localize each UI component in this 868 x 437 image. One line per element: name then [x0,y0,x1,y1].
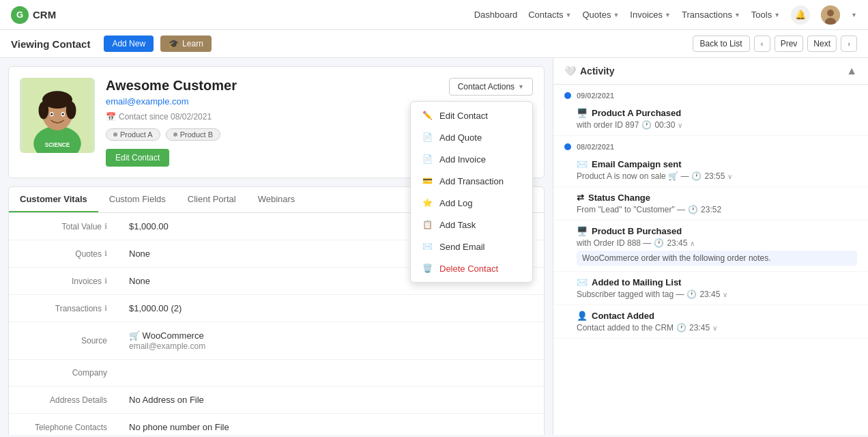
activity-item-product-a: 🖥️ Product A Purchased with order ID 897… [553,102,868,136]
learn-button[interactable]: 🎓 Learn [160,36,212,52]
next-button[interactable]: Next [807,36,837,52]
expand-icon[interactable]: ∨ [723,291,727,298]
next-arrow[interactable]: › [841,36,857,52]
avatar[interactable] [821,5,840,25]
collapse-icon[interactable]: ▲ [846,65,857,77]
delete-icon: 🗑️ [422,263,433,274]
activity-header: 🤍 Activity ▲ [553,58,868,85]
dropdown-add-transaction[interactable]: 💳 Add Transaction [411,170,532,192]
dropdown-add-task[interactable]: 📋 Add Task [411,214,532,236]
tab-webinars[interactable]: Webinars [247,187,306,212]
prev-button[interactable]: Prev [775,36,804,52]
mailing-icon: ✉️ [577,277,588,287]
dropdown-send-email[interactable]: ✉️ Send Email [411,236,532,257]
svg-text:SCIENCE: SCIENCE [45,142,70,148]
left-panel: SCIENCE Awesome Customer email@example.c… [0,58,553,435]
info-icon[interactable]: ℹ [104,304,107,313]
navbar: G CRM Dashboard Contacts ▼ Quotes ▼ Invo… [0,0,868,30]
contact-actions-dropdown: ✏️ Edit Contact 📄 Add Quote 📄 Add Invoic… [410,101,533,283]
add-new-button[interactable]: Add New [104,36,154,52]
page-title: Viewing Contact [11,38,90,50]
activity-item-status-change: ⇄ Status Change From "Lead" to "Customer… [553,187,868,221]
vitals-row-source: Source 🛒 WooCommerceemail@example.com [9,322,544,360]
main-layout: SCIENCE Awesome Customer email@example.c… [0,58,868,435]
activity-note-woocommerce: WooCommerce order with the following ord… [577,251,857,266]
vitals-row-transactions: Transactions ℹ $1,000.00 (2) [9,295,544,322]
clock-icon: 🕐 [676,323,686,333]
email-icon: ✉️ [422,241,433,252]
learn-icon: 🎓 [169,39,179,48]
edit-icon: ✏️ [422,110,433,121]
notifications-icon[interactable]: 🔔 [791,5,810,25]
expand-icon[interactable]: ∨ [678,122,682,129]
activity-date-0902: 09/02/2021 [553,85,868,102]
nav-invoices[interactable]: Invoices ▼ [630,10,671,20]
tab-client-portal[interactable]: Client Portal [177,187,247,212]
nav-links: Dashboard Contacts ▼ Quotes ▼ Invoices ▼… [474,5,857,25]
prev-arrow[interactable]: ‹ [754,36,770,52]
activity-item-email-campaign: ✉️ Email Campaign sent Product A is now … [553,154,868,187]
avatar-caret[interactable]: ▼ [851,12,857,18]
info-icon[interactable]: ℹ [104,277,107,285]
tab-customer-vitals[interactable]: Customer Vitals [9,187,98,212]
tag-product-a: Product A [106,128,160,141]
svg-point-9 [66,102,76,119]
calendar-icon: 📅 [106,112,116,122]
clock-icon: 🕐 [691,171,701,181]
clock-icon: 🕐 [688,205,698,214]
task-icon: 📋 [422,219,433,230]
dropdown-delete-contact[interactable]: 🗑️ Delete Contact [411,257,532,279]
log-icon: ⭐ [422,197,433,208]
svg-point-13 [62,113,64,115]
contact-actions-button[interactable]: Contact Actions ▼ [449,78,533,96]
collapse-activity-icon[interactable]: ∧ [690,240,695,247]
clock-icon: 🕐 [686,290,697,299]
tag-dot [113,132,117,137]
right-panel: 🤍 Activity ▲ 09/02/2021 🖥️ Product A Pur… [553,58,868,435]
email-campaign-icon: ✉️ [577,159,588,169]
actions-caret: ▼ [518,83,524,90]
contact-added-icon: 👤 [577,311,588,321]
dropdown-add-quote[interactable]: 📄 Add Quote [411,126,532,148]
contact-photo: SCIENCE [20,78,95,153]
expand-icon[interactable]: ∨ [712,324,717,332]
logo-icon: G [11,6,29,24]
nav-quotes[interactable]: Quotes ▼ [582,10,619,20]
vitals-row-company: Company [9,360,544,386]
vitals-row-telephone: Telephone Contacts No phone number on Fi… [9,414,544,435]
svg-point-12 [50,113,53,115]
status-icon: ⇄ [577,193,584,203]
nav-dashboard[interactable]: Dashboard [474,10,518,20]
back-to-list-button[interactable]: Back to List [693,36,750,52]
dropdown-add-log[interactable]: ⭐ Add Log [411,192,532,214]
logo: G CRM [11,6,56,24]
purchase-b-icon: 🖥️ [577,226,588,236]
nav-contacts[interactable]: Contacts ▼ [528,10,571,20]
edit-contact-button[interactable]: Edit Contact [106,149,169,167]
svg-point-8 [39,102,49,119]
purchase-icon: 🖥️ [577,108,588,118]
tag-dot [173,132,177,137]
info-icon[interactable]: ℹ [104,222,107,231]
tab-custom-fields[interactable]: Custom Fields [98,187,177,212]
info-icon[interactable]: ℹ [104,249,107,258]
invoice-icon: 📄 [422,154,433,165]
nav-tools[interactable]: Tools ▼ [751,10,780,20]
dropdown-edit-contact[interactable]: ✏️ Edit Contact [411,104,532,126]
activity-item-mailing-list: ✉️ Added to Mailing List Subscriber tagg… [553,272,868,305]
clock-icon: 🕐 [654,238,664,248]
expand-icon[interactable]: ∨ [727,173,732,180]
vitals-row-address: Address Details No Address on File [9,386,544,414]
heart-icon: 🤍 [564,66,576,76]
clock-icon: 🕐 [641,120,652,130]
header-bar: Viewing Contact Add New 🎓 Learn Back to … [0,30,868,58]
quote-icon: 📄 [422,132,433,143]
app-name: CRM [33,9,56,20]
activity-item-product-b: 🖥️ Product B Purchased with Order ID 888… [553,221,868,272]
activity-title: 🤍 Activity [564,66,615,76]
pagination: Back to List ‹ Prev Next › [693,36,857,52]
nav-transactions[interactable]: Transactions ▼ [682,10,740,20]
tag-product-b: Product B [166,128,220,141]
activity-date-0802: 08/02/2021 [553,136,868,154]
dropdown-add-invoice[interactable]: 📄 Add Invoice [411,148,532,170]
